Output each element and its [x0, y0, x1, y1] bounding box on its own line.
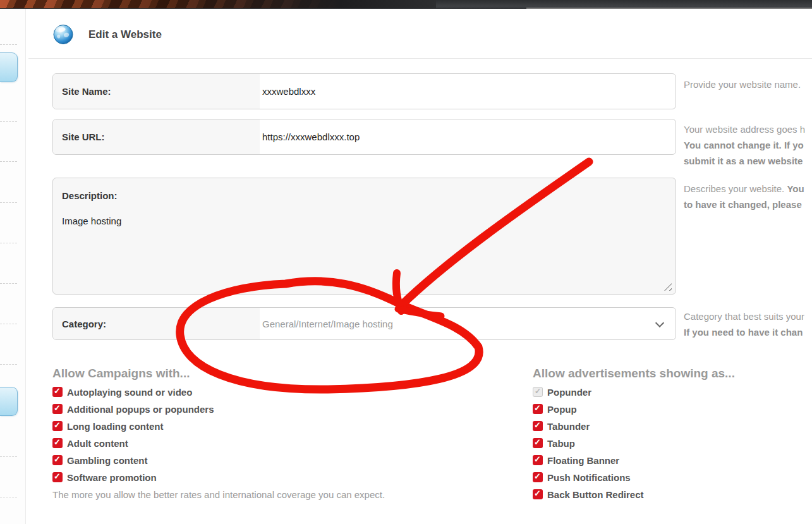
ad-format-row: Back Button Redirect: [533, 489, 811, 499]
top-theme-bar: [0, 0, 812, 9]
checkbox-tabup[interactable]: [533, 438, 543, 448]
checkbox-autoplaying-sound[interactable]: [52, 387, 63, 397]
help-text-bold: to have it changed, please: [684, 199, 802, 210]
checkbox-label: Floating Banner: [547, 455, 619, 466]
ad-format-row: Tabup: [533, 438, 811, 448]
checkbox-label: Autoplaying sound or video: [67, 387, 192, 398]
ad-format-row: Tabunder: [533, 421, 811, 431]
checkbox-label: Adult content: [67, 438, 128, 449]
help-text: Category that best suits your: [684, 311, 804, 322]
checkbox-label: Popunder: [547, 387, 591, 398]
sidebar-divider: [0, 161, 17, 162]
help-text: Provide your website name.: [684, 79, 801, 90]
sidebar-divider: [0, 364, 17, 365]
site-url-row: Site URL: https://xxxwebdlxxx.top: [52, 119, 676, 155]
help-text-bold: You: [787, 183, 804, 194]
sidebar-divider: [0, 324, 17, 324]
site-name-label: Site Name:: [53, 74, 260, 109]
checkbox-label: Software promotion: [67, 472, 157, 483]
site-name-input[interactable]: xxxwebdlxxx: [260, 86, 676, 97]
left-sidebar: [0, 9, 26, 524]
checkbox-popunder: [533, 387, 543, 397]
help-site-url: Your website address goes h You cannot c…: [684, 121, 812, 169]
help-category: Category that best suits your If you nee…: [684, 308, 812, 340]
ad-format-row: Push Notifications: [533, 472, 811, 482]
sidebar-divider: [0, 243, 17, 243]
sidebar-divider: [0, 497, 17, 497]
site-url-label: Site URL:: [53, 119, 260, 154]
campaign-row: Software promotion: [52, 472, 495, 482]
checkbox-popup[interactable]: [533, 404, 543, 414]
campaign-row: Autoplaying sound or video: [52, 387, 495, 397]
ad-format-row: Floating Banner: [533, 455, 811, 465]
checkbox-floating-banner[interactable]: [533, 455, 543, 465]
category-selected-value: General/Internet/Image hosting: [260, 319, 676, 329]
help-text-bold: You cannot change it. If yo: [684, 140, 804, 150]
globe-icon: [52, 23, 74, 45]
campaign-row: Long loading content: [52, 421, 495, 431]
page-title: Edit a Website: [88, 28, 162, 41]
help-text: Describes your website.: [684, 183, 787, 194]
window-edge: [526, 8, 812, 9]
campaign-row: Gambling content: [52, 455, 495, 465]
sidebar-flyout-tab-bottom[interactable]: [0, 387, 18, 416]
checkbox-label: Additional popups or popunders: [67, 404, 214, 415]
sidebar-divider: [0, 456, 17, 457]
resize-grip-icon[interactable]: [664, 283, 672, 291]
checkbox-adult-content[interactable]: [52, 438, 63, 448]
sidebar-divider: [0, 44, 17, 45]
help-text: Your website address goes h: [684, 124, 805, 135]
checkbox-label: Tabup: [547, 438, 575, 449]
sidebar-flyout-tab-top[interactable]: [0, 52, 18, 82]
sidebar-divider: [0, 202, 17, 203]
ad-format-row: Popunder: [533, 387, 811, 397]
campaign-row: Additional popups or popunders: [52, 404, 495, 414]
campaigns-heading: Allow Campaigns with...: [52, 367, 495, 381]
checkbox-label: Tabunder: [547, 421, 590, 432]
checkbox-software-promotion[interactable]: [52, 472, 63, 482]
ad-formats-section: Allow advertisements showing as... Popun…: [533, 367, 811, 506]
sidebar-divider: [0, 121, 17, 122]
ad-format-row: Popup: [533, 404, 811, 414]
checkbox-label: Gambling content: [67, 455, 148, 466]
site-name-row: Site Name: xxxwebdlxxx: [52, 73, 676, 109]
checkbox-label: Push Notifications: [547, 472, 631, 483]
campaign-row: Adult content: [52, 438, 495, 448]
header-divider: [28, 58, 812, 59]
checkbox-additional-popups[interactable]: [52, 404, 63, 414]
checkbox-long-loading[interactable]: [52, 421, 63, 431]
help-text-bold: If you need to have it chan: [684, 327, 803, 338]
checkbox-back-button-redirect[interactable]: [533, 489, 543, 499]
checkbox-label: Back Button Redirect: [547, 489, 644, 500]
checkbox-gambling-content[interactable]: [52, 455, 63, 465]
checkbox-label: Long loading content: [67, 421, 163, 432]
help-site-name: Provide your website name.: [684, 76, 812, 92]
checkbox-tabunder[interactable]: [533, 421, 543, 431]
description-textarea[interactable]: Description: Image hosting: [52, 178, 676, 295]
description-value: Image hosting: [62, 216, 121, 226]
help-text-bold: submit it as a new website: [684, 155, 803, 166]
site-url-input[interactable]: https://xxxwebdlxxx.top: [260, 131, 676, 142]
category-select-row[interactable]: Category: General/Internet/Image hosting: [52, 307, 676, 340]
campaigns-section: Allow Campaigns with... Autoplaying soun…: [52, 367, 495, 500]
checkbox-label: Popup: [547, 404, 577, 415]
checkbox-push-notifications[interactable]: [533, 472, 543, 482]
sidebar-divider: [0, 283, 17, 284]
category-label: Category:: [53, 308, 260, 339]
help-description: Describes your website. You to have it c…: [684, 181, 812, 212]
description-label: Description:: [62, 190, 118, 201]
campaigns-note: The more you allow the better rates and …: [52, 489, 495, 500]
ad-formats-heading: Allow advertisements showing as...: [533, 367, 811, 381]
theme-stripes-decoration: [0, 0, 436, 8]
